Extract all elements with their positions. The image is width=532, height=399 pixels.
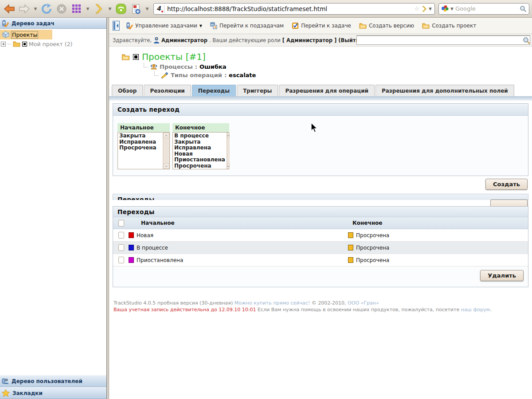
from-listbox-scrollbar[interactable] xyxy=(163,133,169,169)
forward-button[interactable] xyxy=(18,2,31,16)
document-tool-button[interactable] xyxy=(129,2,143,16)
company-link[interactable]: ООО «Гран» xyxy=(348,300,379,306)
tree-item-my-project-label[interactable]: Мой проект (2) xyxy=(29,41,73,47)
transition-row[interactable]: Приостановлена Просрочена xyxy=(113,254,528,266)
forward-history-chevron[interactable]: ▼ xyxy=(33,2,38,16)
flip-chevron[interactable]: ▼ xyxy=(107,2,113,16)
url-bar[interactable]: 4 http://localhost:8888/TrackStudio/stat… xyxy=(153,3,435,15)
tab-overview[interactable]: Обзор xyxy=(112,85,143,96)
from-option[interactable]: Исправлена xyxy=(119,139,161,145)
menu-item-create-version[interactable]: Создать версию xyxy=(357,23,416,29)
menu-item-create-project[interactable]: Создать проект xyxy=(420,23,478,29)
from-option[interactable]: Закрыта xyxy=(119,133,161,139)
to-option[interactable]: Исправлена xyxy=(174,145,225,151)
menu-item-goto-task-label[interactable]: Перейти к задаче xyxy=(301,23,351,29)
tree-item-projects-label[interactable]: Проекты xyxy=(12,31,38,38)
tab-triggers[interactable]: Триггеры xyxy=(237,85,278,96)
tab-operation-permissions[interactable]: Разрешения для операций xyxy=(279,85,375,96)
url-dropdown-chevron[interactable]: ▼ xyxy=(429,7,432,11)
content-frame: Проекты [#1] Процессы : Ошибка Типы опер… xyxy=(109,47,532,399)
stop-icon xyxy=(56,4,67,14)
task-tree: Проекты Мой проект (2) xyxy=(0,29,106,375)
scroll-up-arrow[interactable] xyxy=(163,133,169,138)
breadcrumb-operation: Типы операций : escalate xyxy=(154,71,532,79)
status-color-swatch xyxy=(348,245,353,250)
status-color-swatch xyxy=(129,245,134,250)
create-button-row: Создать xyxy=(113,176,528,194)
to-option[interactable]: Закрыта xyxy=(174,139,225,145)
quick-search-input[interactable] xyxy=(356,35,530,45)
scroll-down-arrow[interactable] xyxy=(163,163,169,169)
to-option[interactable]: В процессе xyxy=(174,133,225,139)
to-state-header: Конечное xyxy=(172,123,229,132)
extension-grid-button[interactable] xyxy=(70,2,83,16)
google-logo-icon xyxy=(441,5,449,12)
from-option[interactable]: Просрочена xyxy=(119,145,161,151)
grid-chevron[interactable]: ▼ xyxy=(85,2,90,16)
tree-item-projects[interactable]: Проекты xyxy=(0,30,52,39)
to-option[interactable]: Новая xyxy=(174,151,225,157)
current-user-link[interactable]: Администратор xyxy=(161,37,207,43)
scroll-down-arrow[interactable] xyxy=(227,163,230,169)
greeting-text: Здравствуйте, xyxy=(113,37,152,43)
tree-elbow xyxy=(154,71,159,76)
row-checkbox[interactable] xyxy=(118,257,124,263)
tab-resolutions[interactable]: Резолюции xyxy=(144,85,191,96)
tab-custom-field-permissions[interactable]: Разрешения для дополнительных полей xyxy=(376,85,514,96)
tree-item-my-project[interactable]: Мой проект (2) xyxy=(0,39,106,48)
menu-item-goto-subtasks-label[interactable]: Перейти к подзадачам xyxy=(219,23,284,29)
document-tool-chevron[interactable]: ▼ xyxy=(145,2,150,16)
collapse-sidebar-icon[interactable] xyxy=(113,21,120,31)
sidebar-panel-user-tree[interactable]: Дерево пользователей xyxy=(0,375,106,387)
row-checkbox[interactable] xyxy=(118,232,124,239)
reload-button[interactable] xyxy=(40,2,53,16)
row-checkbox[interactable] xyxy=(118,244,124,251)
delete-button[interactable]: Удалить xyxy=(480,270,524,281)
flip-button[interactable] xyxy=(92,2,106,16)
transition-row[interactable]: Новая Просрочена xyxy=(113,229,528,242)
forum-link[interactable]: наш форум xyxy=(461,307,490,313)
web-search-box[interactable]: ▼ Google xyxy=(438,3,529,15)
manage-tasks-icon xyxy=(126,22,133,29)
menu-item-manage-tasks-label[interactable]: Управление задачами xyxy=(135,23,197,29)
create-version-folder-icon xyxy=(359,23,367,29)
url-text[interactable]: http://localhost:8888/TrackStudio/static… xyxy=(167,5,411,12)
back-button[interactable] xyxy=(3,2,16,16)
echo-button[interactable] xyxy=(114,2,128,16)
create-button[interactable]: Создать xyxy=(485,179,528,190)
buy-now-link[interactable]: Можно купить прямо сейчас! xyxy=(235,300,310,306)
to-listbox-scrollbar[interactable] xyxy=(227,133,230,169)
search-magnifier-icon[interactable] xyxy=(520,5,527,12)
menu-item-manage-tasks[interactable]: Управление задачами ▼ xyxy=(124,22,204,29)
to-option[interactable]: Просрочена xyxy=(174,163,225,169)
go-arrow-icon[interactable] xyxy=(422,6,426,12)
search-placeholder[interactable]: Google xyxy=(455,5,518,12)
transition-row[interactable]: В процессе Просрочена xyxy=(113,242,528,254)
stop-button[interactable] xyxy=(55,2,68,16)
sidebar-panel-task-tree[interactable]: Дерево задач xyxy=(0,18,106,29)
roles-text: . Ваши действующие роли xyxy=(209,37,281,43)
process-icon xyxy=(150,63,157,70)
menu-item-create-version-label[interactable]: Создать версию xyxy=(369,23,414,29)
tab-transitions[interactable]: Переходы xyxy=(192,85,236,96)
tree-expander-plus[interactable] xyxy=(1,42,6,47)
quick-search-magnifier-icon[interactable] xyxy=(523,37,530,44)
sidebar-panel-bookmarks[interactable]: Закладки xyxy=(0,387,106,399)
breadcrumb-process-link[interactable]: Процессы xyxy=(160,63,193,70)
app-menubar: Управление задачами ▼ Перейти к подзадач… xyxy=(109,18,532,34)
bookmark-star-icon[interactable]: ☆ xyxy=(414,5,419,12)
from-status-label: Приостановлена xyxy=(137,257,183,263)
breadcrumb-operation-link[interactable]: Типы операций xyxy=(171,72,222,78)
menu-item-create-project-label[interactable]: Создать проект xyxy=(432,23,476,29)
menu-item-goto-subtasks[interactable]: Перейти к подзадачам xyxy=(208,22,286,29)
user-tree-icon xyxy=(2,378,9,385)
breadcrumb-root-link[interactable]: Проекты xyxy=(142,51,183,62)
to-option[interactable]: Приостановлена xyxy=(174,157,225,163)
menu-item-goto-task[interactable]: Перейти к задаче xyxy=(290,22,353,29)
from-state-listbox: Начальное Закрыта Исправлена Просрочена xyxy=(117,123,170,169)
select-all-checkbox[interactable] xyxy=(118,220,124,227)
search-engine-chevron[interactable]: ▼ xyxy=(450,7,454,11)
tree-connector xyxy=(8,44,11,44)
scroll-up-arrow[interactable] xyxy=(227,133,230,138)
breadcrumb-process-value: Ошибка xyxy=(200,63,227,70)
